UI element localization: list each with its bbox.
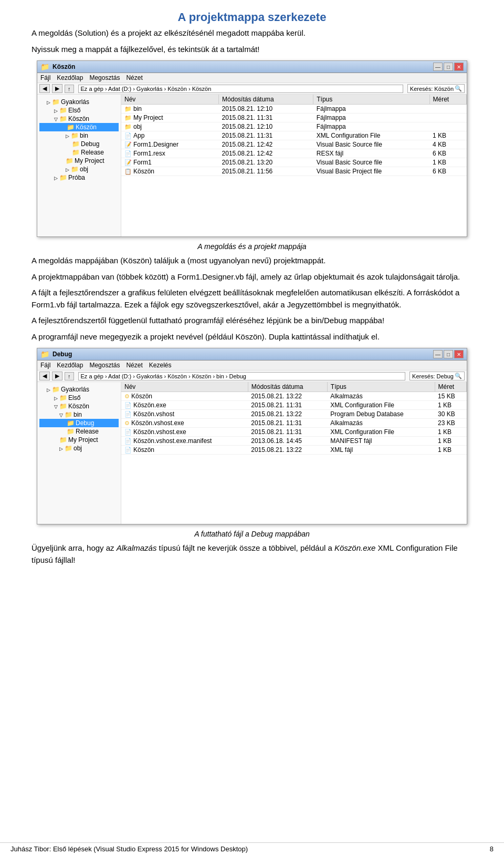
file-date-cell: 2013.06.18. 14:45 — [248, 437, 327, 446]
minimize-btn-2[interactable]: — — [433, 350, 443, 358]
table-row[interactable]: 📁obj 2015.08.21. 12:10 Fájlmappa — [121, 122, 467, 131]
table-row[interactable]: 📝Form1.Designer 2015.08.21. 12:42 Visual… — [121, 140, 467, 149]
sidebar-item-bin[interactable]: ▷📁bin — [39, 131, 119, 140]
close-btn-2[interactable]: ✕ — [454, 350, 464, 358]
menu-home-2[interactable]: Kezdőlap — [57, 362, 83, 369]
file-name-cell: 📄Köszön — [121, 446, 248, 455]
file-date-cell: 2015.08.21. 13:22 — [248, 392, 327, 401]
footer-text: Juhász Tibor: Első lépések (Visual Studi… — [10, 845, 248, 853]
address-bar-2[interactable]: Ez a gép › Adat (D:) › Gyakorlás › Köszö… — [78, 372, 406, 380]
file-size-cell: 6 KB — [429, 149, 467, 158]
sidebar2-item-bin[interactable]: ▽📁bin — [39, 410, 119, 419]
minimize-btn-1[interactable]: — — [433, 63, 443, 71]
address-bar-1[interactable]: Ez a gép › Adat (D:) › Gyakorlás › Köszö… — [78, 85, 403, 93]
forward-btn-2[interactable]: ▶ — [52, 372, 62, 380]
table-row[interactable]: 📄Köszön.exe 2015.08.21. 11:31 XML Config… — [121, 401, 467, 410]
sidebar2-item-release[interactable]: 📁Release — [39, 427, 119, 436]
search-bar-2[interactable]: Keresés: Debug 🔍 — [410, 372, 465, 380]
sidebar2-item-gyakorlas[interactable]: ▷📁Gyakorlás — [39, 385, 119, 394]
file-type-cell: XML Configuration File — [327, 428, 435, 437]
file-name-cell: 📄App — [121, 131, 219, 140]
table-row[interactable]: 📄Köszön 2015.08.21. 13:22 XML fájl 1 KB — [121, 446, 467, 455]
file-date-cell: 2015.08.21. 13:20 — [219, 158, 313, 167]
sidebar-item-obj[interactable]: ▷📁obj — [39, 165, 119, 173]
file-type-cell: Fájlmappa — [313, 122, 429, 131]
menu-share-1[interactable]: Megosztás — [89, 74, 120, 81]
table-row[interactable]: ⚙Köszön.vshost.exe 2015.08.21. 11:31 Alk… — [121, 419, 467, 428]
page-title: A projektmappa szerkezete — [32, 11, 472, 24]
body-text-6: Ügyeljünk arra, hogy az Alkalmazás típus… — [32, 542, 472, 566]
col-size-1[interactable]: Méret — [429, 95, 467, 105]
table-row[interactable]: 📄App 2015.08.21. 11:31 XML Configuration… — [121, 131, 467, 140]
col-date-1[interactable]: Módosítás dátuma — [219, 95, 313, 105]
titlebar-1: 📁 Köszön — □ ✕ — [37, 61, 467, 73]
sidebar-item-debug[interactable]: 📁Debug — [39, 140, 119, 148]
col-name-1[interactable]: Név — [121, 95, 219, 105]
sidebar-item-release[interactable]: 📁Release — [39, 148, 119, 157]
file-name-cell: 📝Form1.Designer — [121, 140, 219, 149]
table-row[interactable]: 📄Form1.resx 2015.08.21. 12:42 RESX fájl … — [121, 149, 467, 158]
menubar-1: Fájl Kezdőlap Megosztás Nézet — [37, 73, 467, 83]
file-name-cell: 📋Köszön — [121, 167, 219, 176]
body-text-1: A megoldás mappájában (Köszön) találjuk … — [32, 255, 472, 267]
sidebar-item-gyakorlas[interactable]: ▷📁Gyakorlás — [39, 98, 119, 106]
maximize-btn-2[interactable]: □ — [444, 350, 453, 358]
menu-file-1[interactable]: Fájl — [40, 74, 50, 81]
footer: Juhász Tibor: Első lépések (Visual Studi… — [0, 842, 504, 855]
menu-view-2[interactable]: Nézet — [126, 362, 142, 369]
table-row[interactable]: 📁bin 2015.08.21. 12:10 Fájlmappa — [121, 105, 467, 114]
file-type-cell: Program Debug Database — [327, 410, 435, 419]
sidebar-item-proba[interactable]: ▷📁Próba — [39, 173, 119, 182]
table-row[interactable]: 📄Köszön.vshost.exe 2015.08.21. 11:31 XML… — [121, 428, 467, 437]
col-date-2[interactable]: Módosítás dátuma — [248, 382, 327, 392]
up-btn-1[interactable]: ↑ — [65, 85, 74, 93]
col-type-2[interactable]: Típus — [327, 382, 435, 392]
file-date-cell: 2015.08.21. 11:31 — [248, 419, 327, 428]
search-icon-1: 🔍 — [455, 85, 462, 92]
window-controls-2: — □ ✕ — [433, 350, 464, 358]
table-row[interactable]: 📄Köszön.vshost 2015.08.21. 13:22 Program… — [121, 410, 467, 419]
file-size-cell: 23 KB — [435, 419, 466, 428]
table-row[interactable]: 📄Köszön.vshost.exe.manifest 2013.06.18. … — [121, 437, 467, 446]
sidebar2-item-myproject[interactable]: 📁My Project — [39, 436, 119, 444]
search-bar-1[interactable]: Keresés: Köszön 🔍 — [407, 84, 465, 93]
file-name-cell: 📄Köszön.vshost.exe — [121, 428, 248, 437]
file-type-cell: RESX fájl — [313, 149, 429, 158]
sidebar2-item-obj[interactable]: ▷📁obj — [39, 444, 119, 452]
col-size-2[interactable]: Méret — [435, 382, 466, 392]
col-name-2[interactable]: Név — [121, 382, 248, 392]
menu-home-1[interactable]: Kezdőlap — [57, 74, 83, 81]
sidebar-item-koszön-selected[interactable]: 📁Köszön — [39, 123, 119, 131]
table-row[interactable]: 📝Form1 2015.08.21. 13:20 Visual Basic So… — [121, 158, 467, 167]
close-btn-1[interactable]: ✕ — [454, 63, 464, 71]
forward-btn-1[interactable]: ▶ — [52, 84, 62, 93]
sidebar2-item-koszön[interactable]: ▽📁Köszön — [39, 402, 119, 410]
back-btn-1[interactable]: ◀ — [39, 84, 50, 93]
address-text-2: Ez a gép › Adat (D:) › Gyakorlás › Köszö… — [81, 373, 246, 379]
file-date-cell: 2015.08.21. 12:10 — [219, 122, 313, 131]
sidebar-item-elso[interactable]: ▷📁Első — [39, 106, 119, 115]
table-row[interactable]: ⚙Köszön 2015.08.21. 13:22 Alkalmazás 15 … — [121, 392, 467, 401]
sidebar2-item-debug-selected[interactable]: 📁Debug — [39, 419, 119, 427]
table-row[interactable]: 📁My Project 2015.08.21. 11:31 Fájlmappa — [121, 114, 467, 122]
menu-file-2[interactable]: Fájl — [40, 362, 50, 369]
table-row[interactable]: 📋Köszön 2015.08.21. 11:56 Visual Basic P… — [121, 167, 467, 176]
back-btn-2[interactable]: ◀ — [39, 372, 50, 380]
file-date-cell: 2015.08.21. 13:22 — [248, 410, 327, 419]
file-date-cell: 2015.08.21. 11:31 — [248, 428, 327, 437]
file-name-cell: 📄Köszön.vshost — [121, 410, 248, 419]
col-type-1[interactable]: Típus — [313, 95, 429, 105]
maximize-btn-1[interactable]: □ — [444, 63, 453, 71]
body-text-2: A projektmappában van (többek között) a … — [32, 271, 472, 283]
sidebar-item-myproject[interactable]: 📁My Project — [39, 157, 119, 165]
sidebar2-item-elso[interactable]: ▷📁Első — [39, 394, 119, 402]
menu-share-2[interactable]: Megosztás — [89, 362, 120, 369]
file-size-cell: 4 KB — [429, 140, 467, 149]
file-size-cell: 6 KB — [429, 167, 467, 176]
menu-view-1[interactable]: Nézet — [126, 74, 142, 81]
sidebar-item-koszön-parent[interactable]: ▽📁Köszön — [39, 115, 119, 123]
menu-manage-2[interactable]: Kezelés — [149, 362, 172, 369]
file-name-cell: ⚙Köszön — [121, 392, 248, 401]
file-type-cell: Fájlmappa — [313, 114, 429, 122]
up-btn-2[interactable]: ↑ — [65, 372, 74, 380]
